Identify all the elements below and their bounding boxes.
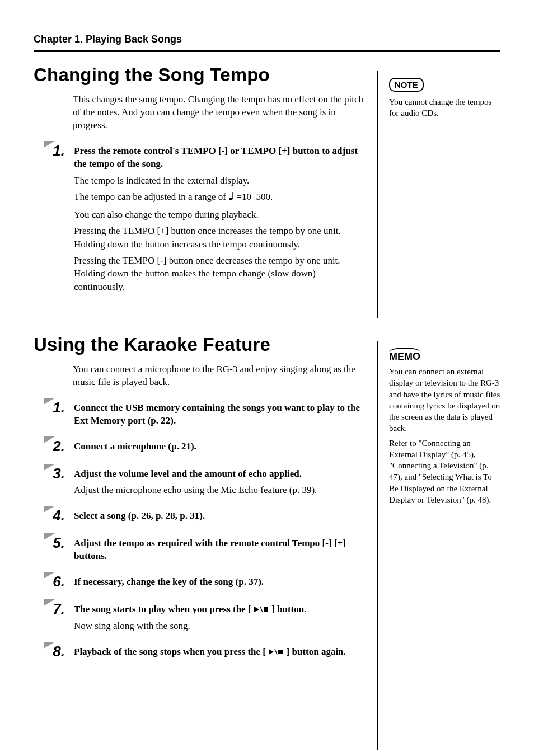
- step-number-k4: 4.: [34, 507, 67, 524]
- svg-rect-7: [278, 650, 283, 654]
- svg-rect-4: [264, 607, 268, 612]
- play-stop-icon: [254, 603, 269, 616]
- svg-marker-5: [269, 649, 274, 655]
- step-1-p3: You can also change the tempo during pla…: [74, 208, 364, 221]
- memo-label: MEMO: [389, 351, 420, 363]
- note-text: You cannot change the tempos for audio C…: [389, 96, 500, 119]
- quarter-note-icon: [228, 191, 234, 204]
- step-1-p5: Pressing the TEMPO [-] button once decre…: [74, 254, 364, 293]
- step-1-p2: The tempo can be adjusted in a range of …: [74, 190, 364, 204]
- section-title-changing-tempo: Changing the Song Tempo: [34, 64, 364, 86]
- step-k7-plain: Now sing along with the song.: [74, 619, 364, 632]
- memo-text-1: You can connect an external display or t…: [389, 366, 500, 434]
- section-title-karaoke: Using the Karaoke Feature: [34, 334, 364, 355]
- svg-marker-2: [254, 607, 259, 612]
- section2-intro: You can connect a microphone to the RG-3…: [34, 363, 364, 389]
- step-1-p2-pre: The tempo can be adjusted in a range of: [74, 191, 228, 202]
- step-number-k8: 8.: [34, 643, 67, 660]
- step-k2-text: Connect a microphone (p. 21).: [74, 440, 364, 453]
- step-number-k5: 5.: [34, 534, 67, 552]
- header-rule: [34, 50, 500, 52]
- step-k4-text: Select a song (p. 26, p. 28, p. 31).: [74, 509, 364, 522]
- play-stop-icon-2: [268, 646, 284, 659]
- step-k3-plain: Adjust the microphone echo using the Mic…: [74, 483, 364, 496]
- step-number-k3: 3.: [34, 465, 67, 482]
- note-label: NOTE: [389, 78, 424, 92]
- step-k1-text: Connect the USB memory containing the so…: [74, 401, 364, 428]
- step-k3-text: Adjust the volume level and the amount o…: [74, 467, 364, 480]
- step-number-k6: 6.: [34, 573, 67, 590]
- svg-line-6: [275, 649, 277, 655]
- step-1-p1: The tempo is indicated in the external d…: [74, 174, 364, 187]
- step-k7-text: The song starts to play when you press t…: [74, 603, 364, 616]
- sidebar-note-section1: NOTE You cannot change the tempos for au…: [377, 64, 500, 318]
- step-k7-pre: The song starts to play when you press t…: [74, 604, 254, 614]
- step-k8-text: Playback of the song stops when you pres…: [74, 645, 364, 659]
- memo-text-2: Refer to "Connecting an External Display…: [389, 438, 500, 506]
- step-1-p2-post: =10–500.: [236, 191, 273, 202]
- svg-line-3: [260, 607, 263, 612]
- step-number-k7: 7.: [34, 600, 67, 618]
- section1-intro: This changes the song tempo. Changing th…: [34, 93, 364, 132]
- step-k8-pre: Playback of the song stops when you pres…: [74, 646, 268, 657]
- step-number-k1: 1.: [34, 399, 67, 416]
- step-k7-post: ] button.: [271, 604, 306, 614]
- step-1-instruction: Press the remote control's TEMPO [-] or …: [74, 144, 364, 171]
- step-1-p4: Pressing the TEMPO [+] button once incre…: [74, 224, 364, 251]
- sidebar-memo-section2: MEMO You can connect an external display…: [377, 334, 500, 750]
- step-number-k2: 2.: [34, 438, 67, 455]
- step-k8-post: ] button again.: [287, 646, 346, 657]
- step-number-1: 1.: [34, 142, 67, 159]
- chapter-header: Chapter 1. Playing Back Songs: [34, 34, 500, 45]
- step-k6-text: If necessary, change the key of the song…: [74, 575, 364, 588]
- step-k5-text: Adjust the tempo as required with the re…: [74, 537, 364, 563]
